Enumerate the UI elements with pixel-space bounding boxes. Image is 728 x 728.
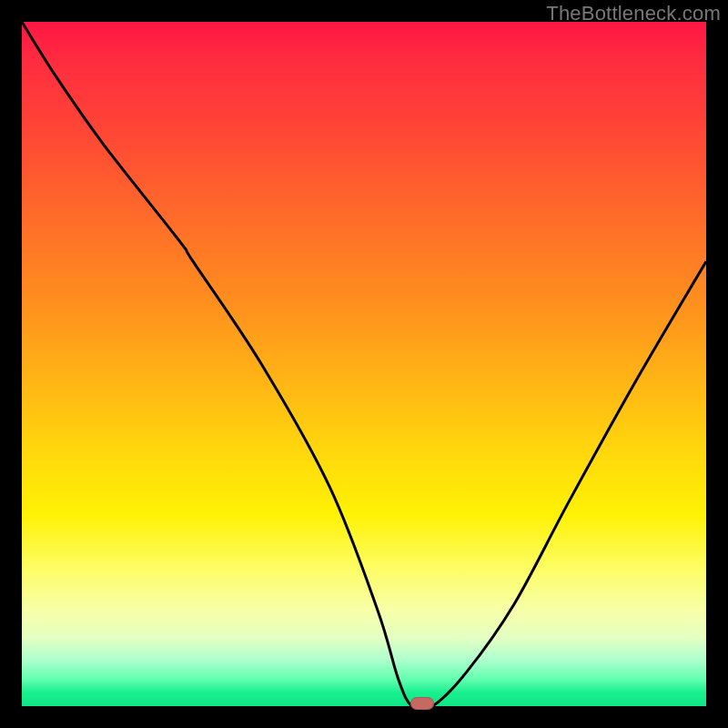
bottleneck-curve-path: [22, 22, 706, 706]
minimum-marker: [410, 697, 434, 710]
plot-area: [22, 22, 706, 706]
curve-svg: [22, 22, 706, 706]
chart-frame: TheBottleneck.com: [0, 0, 728, 728]
